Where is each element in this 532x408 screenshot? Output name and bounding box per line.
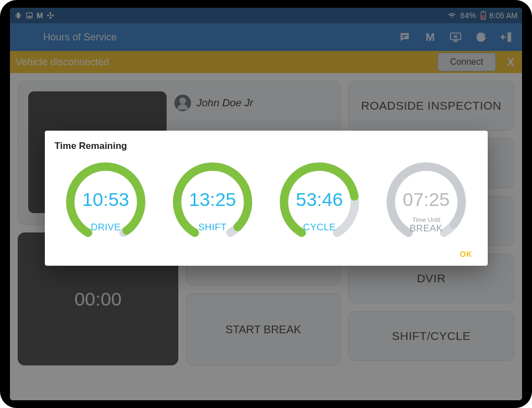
gauge-label: BREAK (410, 223, 443, 234)
gauge-label: DRIVE (91, 222, 121, 233)
gauge-svg: 53:46 CYCLE (270, 157, 369, 246)
modal-backdrop[interactable]: Time Remaining 10:53 DRIVE 13:25 SHIFT 5… (10, 8, 522, 400)
gauge-shift: 13:25 SHIFT (162, 157, 264, 246)
gauge-value: 10:53 (82, 189, 130, 210)
time-remaining-dialog: Time Remaining 10:53 DRIVE 13:25 SHIFT 5… (45, 131, 488, 266)
gauge-value: 53:46 (296, 189, 343, 210)
dialog-title: Time Remaining (55, 141, 478, 152)
gauge-value: 13:25 (189, 189, 236, 210)
gauge-svg: 13:25 SHIFT (163, 157, 262, 246)
gauge-cycle: 53:46 CYCLE (268, 157, 371, 246)
gauge-svg: 07:25 Time Until BREAK (376, 157, 476, 246)
gauge-svg: 10:53 DRIVE (56, 157, 156, 246)
gauge-label: CYCLE (303, 222, 336, 233)
gauge-label: SHIFT (198, 222, 226, 233)
gauge-sublabel: Time Until (412, 216, 440, 223)
gauge-drive: 10:53 DRIVE (55, 157, 157, 246)
ok-button[interactable]: OK (460, 250, 472, 259)
gauge-row: 10:53 DRIVE 13:25 SHIFT 53:46 CYCLE 07:2… (55, 157, 478, 246)
gauge-break: 07:25 Time Until BREAK (375, 157, 478, 246)
gauge-value: 07:25 (403, 189, 450, 210)
